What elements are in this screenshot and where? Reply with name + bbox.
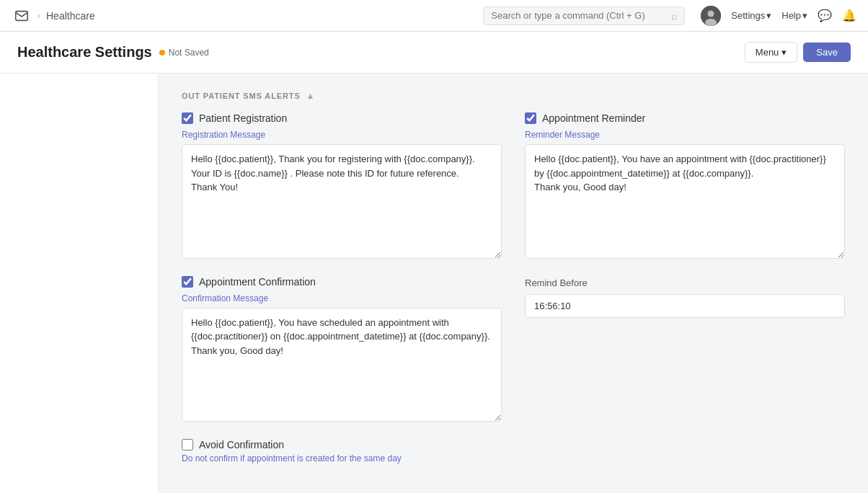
patient-registration-checkbox-label[interactable]: Patient Registration [182, 112, 502, 124]
registration-message-label: Registration Message [182, 130, 502, 140]
search-input[interactable] [491, 10, 667, 21]
status-dot [159, 50, 165, 55]
avoid-confirmation-note: Do not confirm if appointment is created… [182, 453, 845, 463]
help-chevron-icon: ▾ [802, 10, 807, 21]
svg-point-1 [708, 10, 714, 17]
save-button[interactable]: Save [803, 43, 851, 62]
breadcrumb-label: Healthcare [46, 10, 95, 22]
remind-before-group: Remind Before [525, 276, 845, 422]
avatar[interactable] [701, 6, 721, 26]
registration-message-textarea[interactable] [182, 144, 502, 259]
section-header: OUT PATIENT SMS ALERTS ▲ [182, 91, 845, 101]
content-area: OUT PATIENT SMS ALERTS ▲ Patient Registr… [159, 74, 868, 493]
appointment-reminder-checkbox-label[interactable]: Appointment Reminder [525, 112, 845, 124]
appointment-confirmation-group: Appointment Confirmation Confirmation Me… [182, 276, 502, 422]
breadcrumb-chevron: › [37, 11, 40, 21]
avoid-confirmation-checkbox[interactable] [182, 439, 193, 450]
topnav-actions: Settings ▾ Help ▾ 💬 🔔 [701, 6, 856, 26]
appointment-confirmation-checkbox[interactable] [182, 276, 193, 288]
status-badge: Not Saved [159, 48, 209, 58]
confirmation-message-textarea[interactable] [182, 308, 502, 422]
section-title: OUT PATIENT SMS ALERTS [182, 92, 301, 100]
appointment-reminder-group: Appointment Reminder Reminder Message [525, 112, 845, 259]
avoid-confirmation-group: Avoid Confirmation Do not confirm if app… [182, 439, 845, 463]
appointment-confirmation-checkbox-label[interactable]: Appointment Confirmation [182, 276, 502, 288]
page-title: Healthcare Settings [17, 44, 152, 61]
chat-icon[interactable]: 💬 [818, 9, 832, 22]
bell-icon[interactable]: 🔔 [842, 9, 856, 22]
menu-chevron-icon: ▾ [781, 47, 787, 58]
status-label: Not Saved [169, 48, 209, 58]
appointment-reminder-checkbox[interactable] [525, 112, 536, 124]
help-menu[interactable]: Help ▾ [781, 10, 807, 21]
remind-before-input[interactable] [525, 294, 845, 318]
section-collapse-icon[interactable]: ▲ [306, 91, 315, 101]
settings-menu[interactable]: Settings ▾ [731, 10, 771, 21]
header-actions: Menu ▾ Save [745, 42, 851, 63]
settings-chevron-icon: ▾ [766, 10, 771, 21]
confirmation-message-label: Confirmation Message [182, 293, 502, 303]
remind-before-label: Remind Before [525, 277, 845, 288]
topnav: › Healthcare ⌕ Settings ▾ Help ▾ 💬 🔔 [0, 0, 868, 32]
svg-point-2 [705, 19, 717, 26]
reminder-message-textarea[interactable] [525, 144, 845, 259]
form-grid: Patient Registration Registration Messag… [182, 112, 845, 422]
search-icon: ⌕ [671, 10, 677, 22]
search-bar[interactable]: ⌕ [483, 6, 685, 25]
page-header: Healthcare Settings Not Saved Menu ▾ Sav… [0, 32, 868, 74]
app-logo[interactable] [12, 6, 32, 26]
patient-registration-checkbox[interactable] [182, 112, 193, 124]
sidebar [0, 74, 159, 493]
menu-button[interactable]: Menu ▾ [745, 42, 798, 63]
main-content: OUT PATIENT SMS ALERTS ▲ Patient Registr… [0, 74, 868, 493]
avoid-confirmation-checkbox-label[interactable]: Avoid Confirmation [182, 439, 845, 450]
title-group: Healthcare Settings Not Saved [17, 44, 209, 61]
patient-registration-group: Patient Registration Registration Messag… [182, 112, 502, 259]
reminder-message-label: Reminder Message [525, 130, 845, 140]
